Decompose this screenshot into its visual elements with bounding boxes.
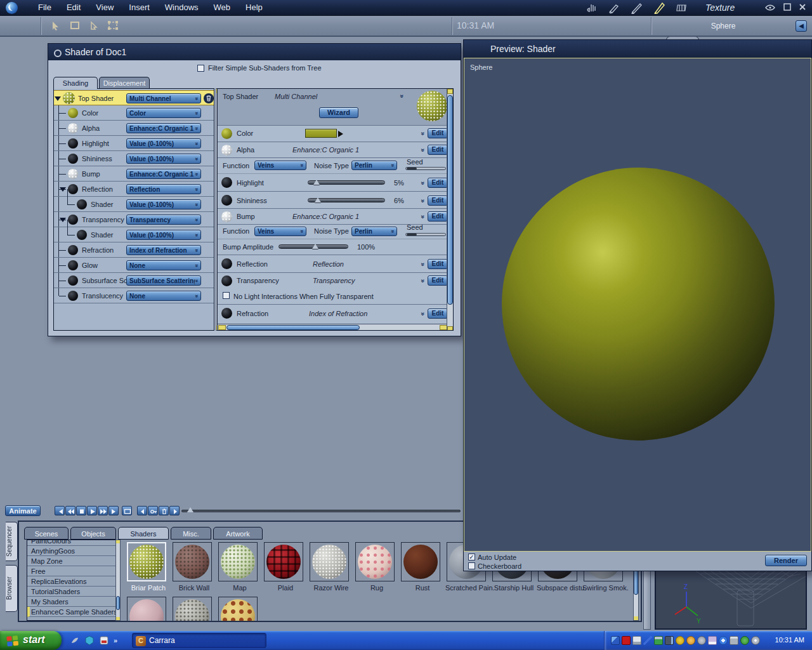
browser-tab-objects[interactable]: Objects xyxy=(70,527,116,540)
ati-tray-icon[interactable] xyxy=(622,636,631,645)
start-button[interactable]: start xyxy=(0,631,62,650)
tree-item-type-dropdown[interactable]: Value (0-100%)» xyxy=(126,199,201,209)
printer-tray-icon[interactable] xyxy=(708,636,717,645)
shader-thumb-brick[interactable]: Brick Wall xyxy=(171,542,217,593)
preview-titlebar[interactable]: Preview: Shader xyxy=(464,40,811,58)
shader-thumb-row2[interactable] xyxy=(126,597,171,622)
side-tab-browser[interactable]: Browser xyxy=(6,565,18,612)
transport-add-keyframe-button[interactable] xyxy=(148,506,158,515)
transport-stop-button[interactable] xyxy=(76,506,86,515)
transparency-edit-button[interactable]: Edit xyxy=(428,275,448,286)
menu-insert[interactable]: Insert xyxy=(121,0,157,16)
quick-launch-1-icon[interactable] xyxy=(70,635,80,646)
globe-yellow-tray-icon[interactable] xyxy=(676,636,684,645)
expand-triangle-icon[interactable] xyxy=(60,187,66,192)
shader-thumb-row2[interactable] xyxy=(171,597,217,622)
transport-play-button[interactable] xyxy=(87,506,97,515)
menu-view[interactable]: View xyxy=(88,0,121,16)
coin-tray-icon[interactable] xyxy=(686,636,695,645)
transport-loop-button[interactable] xyxy=(122,506,132,515)
transport-fast-forward-button[interactable] xyxy=(98,506,108,515)
animation-tool-icon[interactable] xyxy=(676,1,689,14)
folder-item[interactable]: ReplicaElevations xyxy=(27,576,120,587)
transport-prev-keyframe-button[interactable] xyxy=(137,506,147,515)
reflection-edit-button[interactable]: Edit xyxy=(428,259,448,269)
maximize-icon[interactable] xyxy=(783,3,793,13)
color-swatch[interactable] xyxy=(305,129,337,138)
tree-row-highlight[interactable]: HighlightValue (0-100%)» xyxy=(54,136,214,151)
color-edit-button[interactable]: Edit xyxy=(428,128,448,138)
auto-update-checkbox[interactable]: ✓ xyxy=(468,554,475,560)
menu-file[interactable]: File xyxy=(30,0,59,16)
tree-row-shader[interactable]: ShaderValue (0-100%)» xyxy=(54,227,214,242)
tree-item-type-dropdown[interactable]: Value (0-100%)» xyxy=(126,230,201,240)
globe-tray-icon[interactable] xyxy=(697,636,706,645)
quick-launch-3-icon[interactable] xyxy=(99,635,109,646)
tree-item-type-dropdown[interactable]: Transparency» xyxy=(126,215,201,225)
tree-item-type-dropdown[interactable]: Reflection» xyxy=(126,184,201,194)
pen-tray-icon[interactable] xyxy=(643,636,652,645)
tree-item-type-dropdown[interactable]: None» xyxy=(126,260,201,270)
browser-tab-shaders[interactable]: Shaders xyxy=(118,527,169,540)
tree-item-type-dropdown[interactable]: Value (0-100%)» xyxy=(126,138,201,149)
shader-window-titlebar[interactable]: Shader of Doc1 xyxy=(48,44,461,60)
alpha-edit-button[interactable]: Edit xyxy=(428,145,448,155)
shader-thumb-briar[interactable]: Briar Patch xyxy=(126,542,171,593)
folder-list-scrollbar[interactable] xyxy=(115,540,121,621)
timeline-slider-thumb[interactable] xyxy=(187,507,193,512)
menu-web[interactable]: Web xyxy=(206,0,239,16)
collapse-chevron-icon[interactable]: » xyxy=(419,263,426,267)
bump-edit-button[interactable]: Edit xyxy=(428,211,448,222)
transform-marquee-tool-icon[interactable] xyxy=(107,19,119,32)
shininess-edit-button[interactable]: Edit xyxy=(428,196,448,206)
texture-pen-tool-icon[interactable] xyxy=(653,1,666,14)
tree-row-color[interactable]: ColorColor» xyxy=(54,105,214,121)
tab-displacement[interactable]: Displacement xyxy=(99,77,150,89)
folder-item[interactable]: Free xyxy=(27,566,120,576)
bump-seed-slider[interactable] xyxy=(405,233,446,236)
side-tab-sequencer[interactable]: Sequencer xyxy=(6,522,18,561)
hand-tool-icon[interactable] xyxy=(585,1,598,14)
collapse-chevron-icon[interactable]: » xyxy=(419,149,426,152)
taskbar-task-carrara[interactable]: C Carrara xyxy=(132,633,266,648)
alpha-noise-dropdown[interactable]: Perlin» xyxy=(351,161,397,170)
bump-noise-dropdown[interactable]: Perlin» xyxy=(351,227,397,236)
highlight-slider[interactable] xyxy=(308,180,385,185)
quick-launch-overflow-icon[interactable]: » xyxy=(114,637,117,644)
bump-amplitude-slider[interactable] xyxy=(278,244,348,249)
clover-tray-icon[interactable] xyxy=(740,636,749,645)
menu-windows[interactable]: Windows xyxy=(157,0,206,16)
folder-item[interactable]: PaintColours xyxy=(27,540,120,546)
tree-row-shader[interactable]: ShaderValue (0-100%)» xyxy=(54,197,214,212)
collapse-chevron-icon[interactable]: » xyxy=(419,279,426,283)
folder-item[interactable]: Map Zone xyxy=(27,556,120,566)
transport-go-end-button[interactable] xyxy=(108,506,119,515)
shader-thumb-row2[interactable] xyxy=(217,597,263,622)
scanner-tray-icon[interactable] xyxy=(730,636,738,645)
transport-delete-keyframe-button[interactable] xyxy=(159,506,169,515)
shader-thumb-rug[interactable]: Rug xyxy=(354,542,400,593)
rect-marquee-tool-icon[interactable] xyxy=(69,19,81,32)
collapse-chevron-icon[interactable]: » xyxy=(419,132,426,136)
back-arrow-button[interactable]: ◀ xyxy=(796,20,807,32)
trash-icon[interactable] xyxy=(204,93,214,103)
tree-row-glow[interactable]: GlowNone» xyxy=(54,258,214,273)
collapse-chevron-icon[interactable]: » xyxy=(419,312,426,316)
shader-thumb-rust[interactable]: Rust xyxy=(400,542,445,593)
paintbrush-tool-icon[interactable] xyxy=(608,1,620,14)
shader-thumb-plaid[interactable]: Plaid xyxy=(263,542,308,593)
refraction-edit-button[interactable]: Edit xyxy=(428,308,448,319)
tree-row-top-shader[interactable]: Top ShaderMulti Channel» xyxy=(54,90,214,105)
collapse-chevron-icon[interactable]: » xyxy=(419,182,426,185)
alpha-function-dropdown[interactable]: Veins» xyxy=(254,161,306,170)
cd-tray-icon[interactable] xyxy=(751,636,760,645)
folder-item[interactable]: AnythingGoos xyxy=(27,546,120,556)
tree-row-refraction[interactable]: RefractionIndex of Refraction» xyxy=(54,242,214,258)
close-icon[interactable] xyxy=(798,3,808,13)
transport-go-start-button[interactable] xyxy=(55,506,65,515)
no-light-interactions-checkbox[interactable] xyxy=(223,292,230,299)
tree-row-shininess[interactable]: ShininessValue (0-100%)» xyxy=(54,151,214,166)
expand-triangle-icon[interactable] xyxy=(55,96,61,101)
quicktime-tray-icon[interactable] xyxy=(719,636,728,645)
transport-rewind-button[interactable] xyxy=(65,506,75,515)
